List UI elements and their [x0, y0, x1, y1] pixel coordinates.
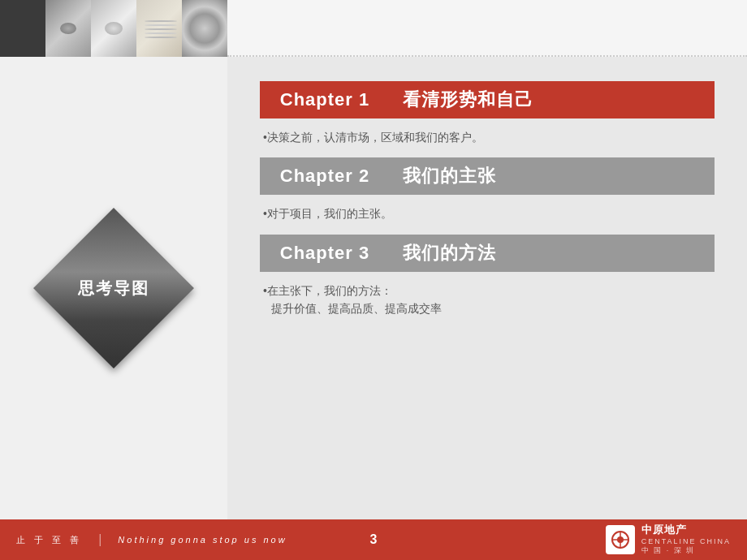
- chapter-1-section: Chapter 1 看清形势和自己 •决策之前，认清市场，区域和我们的客户。: [260, 81, 715, 146]
- header-right-area: [227, 0, 747, 57]
- chapter-1-row: Chapter 1 看清形势和自己: [260, 81, 715, 118]
- chapter-2-desc: •对于项目，我们的主张。: [260, 200, 715, 222]
- main-content: 思考导图 Chapter 1 看清形势和自己 •决策之前，认清市场，区域和我们的…: [0, 57, 747, 519]
- footer-slogan: Nothing gonna stop us now: [118, 535, 287, 545]
- footer: 止 于 至 善 | Nothing gonna stop us now 3 中原…: [0, 519, 747, 560]
- footer-logo: 中原地产 CENTALINE CHINA 中 国 · 深 圳: [606, 523, 731, 556]
- chapter-1-label: Chapter 1: [260, 81, 390, 118]
- left-panel: 思考导图: [0, 57, 227, 519]
- chapter-2-section: Chapter 2 我们的主张 •对于项目，我们的主张。: [260, 157, 715, 222]
- chapter-2-title: 我们的主张: [390, 157, 715, 195]
- chapter-3-desc: •在主张下，我们的方法： 提升价值、提高品质、提高成交率: [260, 277, 715, 318]
- chapter-3-title: 我们的方法: [390, 235, 715, 272]
- logo-text-block: 中原地产 CENTALINE CHINA 中 国 · 深 圳: [641, 523, 731, 556]
- chapter-2-row: Chapter 2 我们的主张: [260, 157, 715, 195]
- header-image-4: [136, 0, 182, 57]
- chapter-3-section: Chapter 3 我们的方法 •在主张下，我们的方法： 提升价值、提高品质、提…: [260, 235, 715, 318]
- logo-icon: [606, 525, 635, 554]
- header-image-5: [182, 0, 227, 57]
- right-content-panel: Chapter 1 看清形势和自己 •决策之前，认清市场，区域和我们的客户。 C…: [227, 57, 747, 519]
- header-image-2: [45, 0, 91, 57]
- diamond-container: 思考导图: [41, 215, 187, 361]
- top-image-strip: [0, 0, 227, 57]
- footer-left: 止 于 至 善 | Nothing gonna stop us now: [16, 532, 287, 547]
- centaline-icon: [611, 530, 630, 549]
- diamond-label: 思考导图: [78, 278, 149, 299]
- header-image-3: [91, 0, 136, 57]
- chapter-2-label: Chapter 2: [260, 157, 390, 195]
- footer-page-number: 3: [370, 532, 378, 547]
- chapter-1-desc: •决策之前，认清市场，区域和我们的客户。: [260, 123, 715, 146]
- header-image-1: [0, 0, 45, 57]
- chapter-3-row: Chapter 3 我们的方法: [260, 235, 715, 272]
- footer-tagline: 止 于 至 善: [16, 534, 82, 546]
- chapter-1-title: 看清形势和自己: [390, 81, 715, 118]
- chapter-3-label: Chapter 3: [260, 235, 390, 272]
